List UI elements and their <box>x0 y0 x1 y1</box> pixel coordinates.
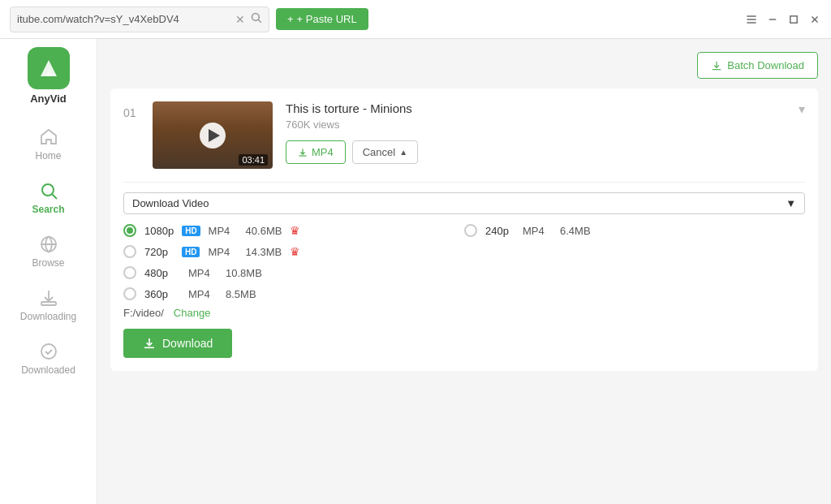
hd-badge-720p: HD <box>182 247 200 257</box>
paste-url-label: + Paste URL <box>297 13 357 25</box>
size-720p: 14.3MB <box>245 246 282 258</box>
cancel-label: Cancel <box>363 146 395 158</box>
sidebar-item-home[interactable]: Home <box>0 118 97 171</box>
sidebar-item-browse[interactable]: Browse <box>0 225 97 278</box>
mp4-label: MP4 <box>312 146 334 158</box>
video-duration: 03:41 <box>239 154 268 166</box>
format-row-240p[interactable]: 240p MP4 6.4MB <box>464 224 805 237</box>
svg-point-0 <box>252 14 260 21</box>
url-text: itube.com/watch?v=sY_v4XebDV4 <box>17 13 230 25</box>
format-row-480p[interactable]: 480p MP4 10.8MB <box>123 266 464 279</box>
main-area: AnyVid Home Search Browse D <box>0 39 831 504</box>
size-1080p: 40.6MB <box>246 225 282 237</box>
search-icon[interactable] <box>250 11 262 27</box>
dropdown-arrow-icon: ▼ <box>786 197 796 209</box>
cancel-button[interactable]: Cancel ▲ <box>352 140 418 164</box>
type-360p: MP4 <box>188 288 217 300</box>
size-360p: 8.5MB <box>226 288 256 300</box>
radio-240p[interactable] <box>464 224 477 237</box>
svg-point-15 <box>41 344 56 359</box>
change-link[interactable]: Change <box>174 307 211 319</box>
video-title: This is torture - Minions <box>286 101 786 115</box>
size-480p: 10.8MB <box>226 267 262 279</box>
format-col-left: 1080p HD MP4 40.6MB ♛ 720p HD MP4 <box>123 224 464 300</box>
radio-720p[interactable] <box>123 245 136 258</box>
sidebar-item-search[interactable]: Search <box>0 171 97 225</box>
svg-rect-14 <box>41 302 56 305</box>
download-button[interactable]: Download <box>123 329 232 358</box>
chevron-up-icon: ▲ <box>399 148 407 157</box>
res-240p: 240p <box>485 225 515 237</box>
res-480p: 480p <box>144 267 174 279</box>
radio-1080p[interactable] <box>123 224 136 237</box>
video-number: 01 <box>123 101 140 119</box>
svg-line-12 <box>52 195 57 200</box>
video-card: 01 03:41 This is torture - Minions 760K … <box>110 88 818 371</box>
batch-download-label: Batch Download <box>727 59 804 71</box>
type-480p: MP4 <box>188 267 217 279</box>
sidebar-item-downloaded[interactable]: Downloaded <box>0 332 97 386</box>
format-row-1080p[interactable]: 1080p HD MP4 40.6MB ♛ <box>123 224 464 237</box>
format-row-360p[interactable]: 360p MP4 8.5MB <box>123 287 464 300</box>
size-240p: 6.4MB <box>560 225 591 237</box>
app-logo <box>28 47 70 89</box>
radio-360p[interactable] <box>123 287 136 300</box>
sidebar-home-label: Home <box>35 150 61 162</box>
hd-badge-1080p: HD <box>182 226 200 236</box>
res-360p: 360p <box>144 288 174 300</box>
video-info: This is torture - Minions 760K views MP4… <box>286 101 786 164</box>
title-bar: itube.com/watch?v=sY_v4XebDV4 ✕ + + Past… <box>0 0 831 39</box>
sidebar-downloading-label: Downloading <box>20 311 76 322</box>
paste-url-button[interactable]: + + Paste URL <box>276 8 368 30</box>
type-240p: MP4 <box>523 225 552 237</box>
format-section: Download Video ▼ 1080p HD <box>123 192 805 358</box>
download-label: Download <box>162 337 213 350</box>
crown-icon-1080p: ♛ <box>290 224 300 237</box>
video-views: 760K views <box>286 118 786 131</box>
svg-point-11 <box>42 184 54 196</box>
content-area: Batch Download 01 03:41 This <box>97 39 831 504</box>
svg-line-1 <box>258 19 260 22</box>
type-720p: MP4 <box>208 246 237 258</box>
play-button[interactable] <box>200 123 226 149</box>
window-controls <box>745 13 821 26</box>
url-clear-icon[interactable]: ✕ <box>235 13 245 26</box>
maximize-icon[interactable] <box>787 13 800 26</box>
sidebar-search-label: Search <box>32 204 64 215</box>
plus-icon: + <box>287 13 294 25</box>
res-1080p: 1080p <box>144 225 174 237</box>
svg-rect-6 <box>790 15 797 22</box>
save-path: F:/video/ <box>123 307 164 319</box>
menu-icon[interactable] <box>745 13 758 26</box>
video-header: 01 03:41 This is torture - Minions 760K … <box>123 101 805 169</box>
format-grid: 1080p HD MP4 40.6MB ♛ 720p HD MP4 <box>123 224 805 300</box>
url-bar[interactable]: itube.com/watch?v=sY_v4XebDV4 ✕ <box>10 6 269 32</box>
mp4-button[interactable]: MP4 <box>286 140 346 164</box>
divider <box>123 182 805 183</box>
app-name: AnyVid <box>30 93 67 105</box>
save-path-row: F:/video/ Change <box>123 307 805 319</box>
res-720p: 720p <box>144 246 174 258</box>
sidebar-item-downloading[interactable]: Downloading <box>0 278 97 332</box>
batch-btn-row: Batch Download <box>110 52 818 79</box>
sidebar: AnyVid Home Search Browse D <box>0 39 97 504</box>
format-col-right: 240p MP4 6.4MB <box>464 224 805 300</box>
download-type-dropdown[interactable]: Download Video ▼ <box>123 192 805 214</box>
video-thumbnail[interactable]: 03:41 <box>153 101 273 169</box>
action-buttons: MP4 Cancel ▲ <box>286 140 786 164</box>
format-dropdown-row: Download Video ▼ <box>123 192 805 214</box>
crown-icon-720p: ♛ <box>290 245 300 258</box>
batch-download-button[interactable]: Batch Download <box>697 52 818 79</box>
radio-480p[interactable] <box>123 266 136 279</box>
format-row-720p[interactable]: 720p HD MP4 14.3MB ♛ <box>123 245 464 258</box>
collapse-icon[interactable]: ▾ <box>799 101 805 117</box>
type-1080p: MP4 <box>209 225 238 237</box>
dropdown-label: Download Video <box>132 197 209 209</box>
close-icon[interactable] <box>808 13 821 26</box>
minimize-icon[interactable] <box>766 13 779 26</box>
sidebar-downloaded-label: Downloaded <box>21 364 75 376</box>
sidebar-browse-label: Browse <box>32 257 64 269</box>
